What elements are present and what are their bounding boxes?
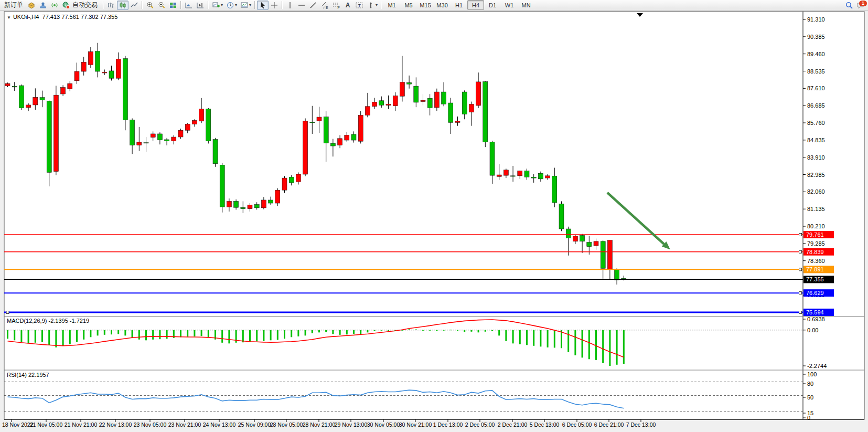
search-icon[interactable] [843, 1, 855, 10]
chart-shift-icon[interactable] [195, 1, 206, 10]
timeframe-group: M1M5M15M30H1H4D1W1MN [383, 0, 534, 10]
mt4-window: 新订单 自动交易 [0, 0, 868, 432]
svg-text:30 Nov 21:00: 30 Nov 21:00 [399, 422, 432, 428]
trendline-icon[interactable] [307, 1, 319, 10]
text-label-tool-icon[interactable]: T [353, 1, 365, 10]
tile-windows-icon[interactable] [167, 1, 179, 10]
svg-text:1 Dec 13:00: 1 Dec 13:00 [433, 422, 463, 428]
toolbar: 新订单 自动交易 [0, 0, 868, 10]
separator [208, 1, 209, 9]
svg-text:91.310: 91.310 [807, 16, 825, 23]
svg-text:88.535: 88.535 [807, 68, 825, 75]
timeframe-d1-button[interactable]: D1 [484, 0, 501, 10]
svg-text:0.00: 0.00 [807, 327, 818, 333]
timeframe-m5-button[interactable]: M5 [400, 0, 417, 10]
chart-area: 91.31090.38589.46088.53587.61086.68585.7… [0, 10, 868, 432]
svg-text:22 Nov 13:00: 22 Nov 13:00 [99, 422, 132, 428]
svg-text:80: 80 [807, 381, 813, 387]
svg-text:25 Nov 09:00: 25 Nov 09:00 [238, 422, 271, 428]
horizontal-line-icon[interactable] [296, 1, 307, 10]
label-glyph: T [358, 3, 361, 8]
svg-text:89.460: 89.460 [807, 51, 825, 57]
svg-text:86.685: 86.685 [807, 102, 825, 109]
chevron-down-icon: ▾ [221, 3, 223, 7]
svg-text:79.761: 79.761 [806, 231, 824, 238]
chevron-down-icon: ▾ [376, 3, 378, 7]
svg-text:23 Nov 21:00: 23 Nov 21:00 [168, 422, 201, 428]
svg-text:84.835: 84.835 [807, 137, 825, 143]
svg-text:83.910: 83.910 [807, 154, 825, 161]
text-tool-icon[interactable]: A [342, 1, 353, 10]
separator [381, 1, 382, 9]
svg-text:78.360: 78.360 [807, 258, 825, 264]
separator [254, 1, 255, 9]
timeframe-mn-button[interactable]: MN [518, 0, 534, 10]
cursor-icon[interactable] [257, 1, 269, 10]
svg-text:6 Dec 21:00: 6 Dec 21:00 [594, 422, 624, 428]
order-cube-icon[interactable] [26, 1, 37, 10]
candlestick-chart-icon[interactable] [117, 1, 128, 10]
new-chart-icon[interactable]: ▾ [210, 1, 224, 10]
timeframe-w1-button[interactable]: W1 [501, 0, 518, 10]
svg-text:0.6938: 0.6938 [807, 316, 825, 322]
svg-text:28 Nov 21:00: 28 Nov 21:00 [303, 422, 336, 428]
svg-text:7 Dec 13:00: 7 Dec 13:00 [626, 422, 656, 428]
separator [282, 1, 283, 9]
notifications-icon[interactable]: 1 [855, 1, 866, 10]
svg-text:78.839: 78.839 [806, 249, 824, 255]
line-chart-icon[interactable] [128, 1, 140, 10]
svg-text:82.060: 82.060 [807, 188, 825, 195]
equidistant-channel-icon[interactable]: E [319, 1, 330, 10]
svg-text:76.629: 76.629 [806, 290, 824, 296]
period-clock-icon[interactable]: ▾ [224, 1, 239, 10]
chart-title: ▼UKOil-,H4 77.413 77.561 77.302 77.355 [7, 14, 117, 20]
svg-text:79.285: 79.285 [807, 240, 825, 247]
svg-text:90.385: 90.385 [807, 34, 825, 40]
broadcast-icon[interactable] [49, 1, 60, 10]
svg-text:75.594: 75.594 [806, 309, 824, 315]
notification-badge: 1 [859, 1, 867, 6]
svg-text:0: 0 [807, 415, 810, 421]
svg-text:29 Nov 13:00: 29 Nov 13:00 [335, 422, 368, 428]
svg-text:82.985: 82.985 [807, 172, 825, 178]
timeframe-h4-button[interactable]: H4 [467, 0, 484, 10]
autotrade-button[interactable]: 自动交易 [60, 1, 101, 10]
separator [142, 1, 143, 9]
svg-text:6 Dec 05:00: 6 Dec 05:00 [562, 422, 592, 428]
terminal-person-icon[interactable] [37, 1, 49, 10]
svg-text:85.760: 85.760 [807, 120, 825, 126]
svg-text:18 Nov 2022: 18 Nov 2022 [2, 422, 34, 428]
svg-text:24 Nov 13:00: 24 Nov 13:00 [203, 422, 236, 428]
timeframe-h1-button[interactable]: H1 [451, 0, 467, 10]
bar-chart-icon[interactable] [105, 1, 117, 10]
svg-text:-2.2744: -2.2744 [807, 363, 827, 369]
svg-text:50: 50 [807, 394, 813, 401]
svg-text:2 Dec 05:00: 2 Dec 05:00 [465, 422, 495, 428]
timeframe-m1-button[interactable]: M1 [383, 0, 400, 10]
fibonacci-icon[interactable]: F [330, 1, 342, 10]
timeframe-m15-button[interactable]: M15 [417, 0, 434, 10]
svg-text:5 Dec 13:00: 5 Dec 13:00 [530, 422, 560, 428]
svg-text:28 Nov 05:00: 28 Nov 05:00 [270, 422, 303, 428]
zoom-in-icon[interactable] [144, 1, 156, 10]
arrows-tool-icon[interactable]: ▾ [365, 1, 379, 10]
new-order-button[interactable]: 新订单 [2, 1, 26, 10]
svg-text:30 Nov 05:00: 30 Nov 05:00 [367, 422, 400, 428]
svg-text:2 Dec 21:00: 2 Dec 21:00 [498, 422, 528, 428]
timeframe-m30-button[interactable]: M30 [434, 0, 451, 10]
chart-canvas[interactable]: 91.31090.38589.46088.53587.61086.68585.7… [0, 10, 868, 432]
svg-text:81.135: 81.135 [807, 206, 825, 212]
vertical-line-icon[interactable] [284, 1, 296, 10]
template-icon[interactable]: ▾ [239, 1, 253, 10]
zoom-out-icon[interactable] [156, 1, 167, 10]
macd-label: MACD(12,26,9) -2.1395 -1.7219 [7, 318, 89, 324]
chart-autoscroll-icon[interactable] [183, 1, 195, 10]
crosshair-icon[interactable] [269, 1, 280, 10]
svg-text:21 Nov 21:00: 21 Nov 21:00 [65, 422, 98, 428]
chart-symbol-period: UKOil-,H4 [13, 14, 39, 20]
svg-text:77.891: 77.891 [806, 266, 824, 272]
chart-ohlc-values: 77.413 77.561 77.302 77.355 [42, 14, 118, 20]
fibo-glyph: F [338, 6, 340, 9]
autotrade-label: 自动交易 [70, 1, 100, 9]
svg-text:77.355: 77.355 [806, 276, 824, 282]
